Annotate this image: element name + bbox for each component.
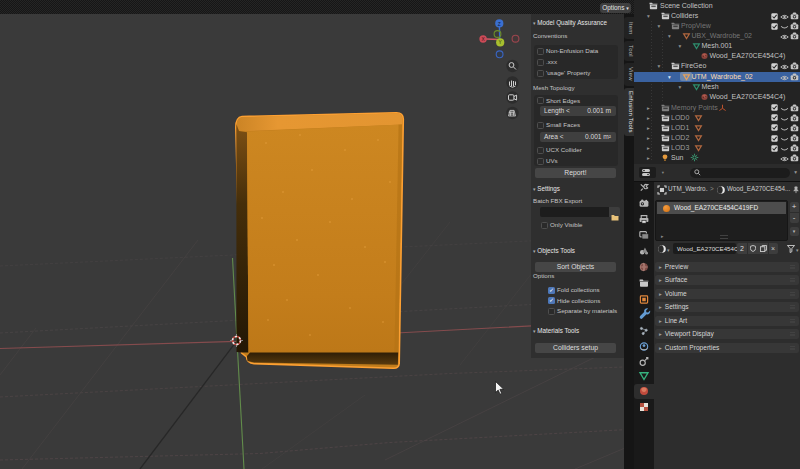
svg-text:Z: Z <box>498 22 501 27</box>
